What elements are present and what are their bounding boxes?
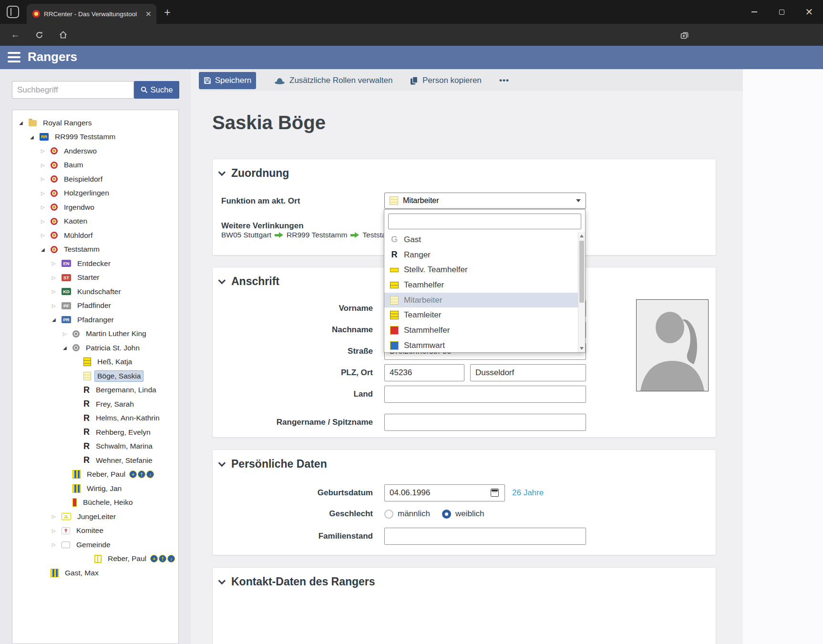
tree-item-label[interactable]: Schwalm, Marina (93, 440, 155, 452)
collapse-caret-icon[interactable]: ◢ (41, 247, 51, 252)
tree-item-label[interactable]: RR999 Teststamm (52, 131, 118, 143)
tree-item[interactable]: ▷KDKundschafter (17, 285, 178, 299)
more-actions-button[interactable]: ••• (499, 72, 509, 89)
collections-button[interactable] (675, 24, 694, 46)
tree-item[interactable]: ◢Patricia St. John (17, 341, 178, 355)
tree-item[interactable]: RBergemann, Linda (17, 383, 178, 398)
tree-item[interactable]: ▷PFPfadfinder (17, 299, 178, 313)
tree-item[interactable]: Reber, Paul+†♪ (17, 552, 178, 566)
anschrift-section-header[interactable]: Anschrift (220, 275, 279, 288)
tree-item-label[interactable]: Irgendwo (61, 202, 97, 213)
tree-item-label[interactable]: Martin Luther King (83, 328, 149, 339)
tree-item-label[interactable]: Baum (61, 159, 86, 171)
back-button[interactable]: ← (6, 24, 25, 46)
tree-item-label[interactable]: Teststamm (61, 244, 103, 255)
home-button[interactable] (53, 24, 72, 46)
tree-item-label[interactable]: Reber, Paul (84, 469, 128, 480)
expand-caret-icon[interactable]: ▷ (41, 233, 51, 238)
calendar-icon[interactable] (491, 489, 499, 497)
geburtsdatum-input[interactable] (384, 484, 505, 501)
age-link[interactable]: 26 Jahre (512, 484, 544, 501)
tree-item[interactable]: ▷Kaoten (17, 215, 178, 229)
tree-item[interactable]: ▷STStarter (17, 271, 178, 285)
dropdown-scrollbar[interactable] (578, 232, 585, 352)
tree-item[interactable]: RHelms, Ann-Kathrin (17, 411, 178, 426)
tree-item-label[interactable]: JungeLeiter (74, 511, 119, 522)
tree-item-label[interactable]: Rehberg, Evelyn (93, 427, 154, 438)
tree-item[interactable]: Böge, Saskia (17, 369, 178, 383)
kontakt-section-header[interactable]: Kontakt-Daten des Rangers (220, 575, 375, 588)
tree-item-label[interactable]: Wirtig, Jan (84, 483, 124, 494)
expand-caret-icon[interactable]: ▷ (52, 528, 62, 533)
tree-item-label[interactable]: Royal Rangers (40, 117, 95, 129)
expand-caret-icon[interactable]: ▷ (63, 331, 72, 337)
new-tab-button[interactable]: + (161, 6, 174, 19)
tree-item[interactable]: RWehner, Stefanie (17, 453, 178, 468)
tree-item-label[interactable]: Gemeinde (73, 539, 113, 551)
expand-caret-icon[interactable]: ▷ (41, 176, 51, 182)
browser-tab[interactable]: RRCenter - Das Verwaltungstool ✕ (27, 4, 156, 24)
plz-input[interactable] (384, 364, 464, 381)
tab-close-icon[interactable]: ✕ (145, 10, 152, 19)
maximize-button[interactable] (771, 0, 792, 24)
tree-item[interactable]: Wirtig, Jan (17, 481, 178, 496)
expand-caret-icon[interactable]: ▷ (52, 514, 62, 519)
copy-person-button[interactable]: Person kopieren (410, 72, 482, 89)
tree-item[interactable]: Gast, Max (17, 566, 178, 580)
dropdown-option[interactable]: Mitarbeiter (384, 293, 578, 308)
tree-item-label[interactable]: Reber, Paul (105, 553, 149, 564)
expand-caret-icon[interactable]: ▷ (41, 191, 51, 196)
radio-männlich[interactable] (384, 510, 393, 519)
tree-item-label[interactable]: Mühldorf (61, 230, 95, 241)
tree-item-label[interactable]: Pfadranger (74, 314, 117, 326)
dropdown-filter-input[interactable] (388, 214, 581, 229)
verlinkung-link[interactable]: Teststa (362, 231, 386, 239)
tree-item[interactable]: ◢PRPfadranger (17, 313, 178, 327)
collapse-caret-icon[interactable]: ◢ (30, 134, 40, 140)
search-button[interactable]: Suche (134, 81, 179, 99)
expand-caret-icon[interactable]: ▷ (52, 261, 62, 266)
close-button[interactable]: ✕ (798, 0, 820, 24)
tree-item[interactable]: ▷Gemeinde (17, 538, 178, 552)
scroll-down-icon[interactable] (580, 347, 584, 350)
tree-item[interactable]: ◢RRRR999 Teststamm (17, 130, 178, 144)
tree-item[interactable]: ▷✝Komitee (17, 524, 178, 538)
tree-item[interactable]: Reber, Paul+†♪ (17, 468, 178, 482)
dropdown-option[interactable]: Stellv. Teamhelfer (384, 262, 578, 277)
tree-item-label[interactable]: Böge, Saskia (94, 370, 144, 382)
menu-hamburger-icon[interactable] (8, 52, 21, 62)
save-button[interactable]: Speichern (199, 72, 256, 89)
tree-item[interactable]: ▷ENEntdecker (17, 256, 178, 271)
tree-item[interactable]: ▷Beispieldorf (17, 172, 178, 186)
radio-weiblich[interactable] (442, 510, 451, 519)
tree-item-label[interactable]: Helms, Ann-Kathrin (93, 412, 163, 424)
expand-caret-icon[interactable]: ▷ (52, 289, 62, 294)
dropdown-option[interactable]: Stammhelfer (384, 323, 578, 338)
funktion-select[interactable]: Mitarbeiter (384, 193, 586, 209)
tree-item-label[interactable]: Wehner, Stefanie (93, 455, 155, 466)
persoenliche-daten-section-header[interactable]: Persönliche Daten (220, 458, 327, 470)
tree-item[interactable]: ▷Irgendwo (17, 200, 178, 215)
tree-item-label[interactable]: Starter (74, 272, 103, 283)
tree-item-label[interactable]: Frey, Sarah (93, 399, 137, 410)
expand-caret-icon[interactable]: ▷ (41, 219, 51, 224)
tree-item-label[interactable]: Büchele, Heiko (80, 497, 135, 508)
expand-caret-icon[interactable]: ▷ (52, 542, 62, 547)
tree-item[interactable]: ▷Baum (17, 158, 178, 173)
tree-item[interactable]: RFrey, Sarah (17, 397, 178, 411)
tree-item-label[interactable]: Kaoten (61, 215, 90, 227)
familienstand-input[interactable] (384, 528, 586, 545)
manage-roles-button[interactable]: Zusätzliche Rollen verwalten (274, 72, 392, 89)
dropdown-option[interactable]: RRanger (384, 247, 578, 263)
reload-button[interactable] (30, 24, 49, 46)
tree-item-label[interactable]: Kundschafter (74, 286, 123, 297)
minimize-button[interactable] (743, 0, 765, 24)
tree-item-label[interactable]: Anderswo (61, 145, 100, 157)
rangername-input[interactable] (384, 414, 586, 431)
expand-caret-icon[interactable]: ▷ (52, 275, 62, 280)
ort-input[interactable] (470, 364, 586, 381)
zuordnung-section-header[interactable]: Zuordnung (220, 167, 289, 180)
tree-item[interactable]: RSchwalm, Marina (17, 440, 178, 454)
verlinkung-link[interactable]: RR999 Teststamm (287, 231, 347, 239)
dropdown-option[interactable]: Teamleiter (384, 307, 578, 323)
